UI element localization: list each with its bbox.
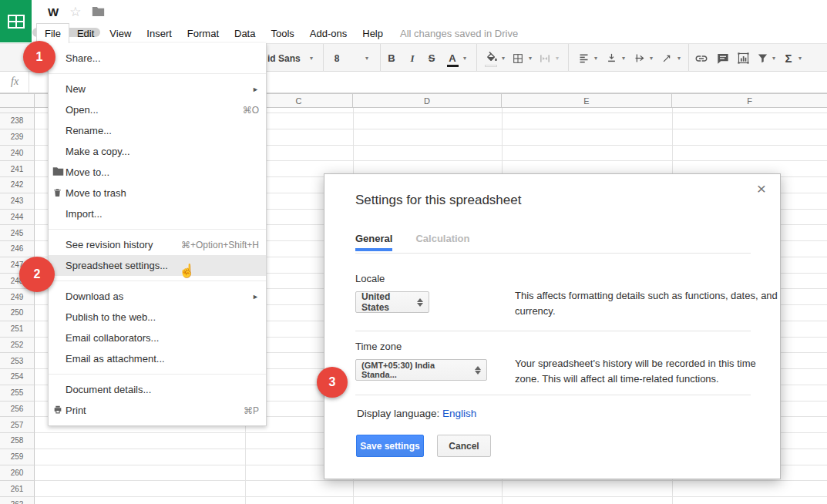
vertical-align-button[interactable] xyxy=(603,44,619,72)
column-header-e[interactable]: E xyxy=(502,93,672,108)
row-header-242[interactable]: 242 xyxy=(0,177,35,193)
borders-button[interactable] xyxy=(510,44,526,72)
text-wrap-caret-icon[interactable]: ▾ xyxy=(647,44,655,72)
row-header-239[interactable]: 239 xyxy=(0,129,35,146)
row-header-246[interactable]: 246 xyxy=(0,241,35,257)
row-header-253[interactable]: 253 xyxy=(0,353,35,369)
menu-item-import[interactable]: Import... xyxy=(49,203,266,224)
menubar-item-file[interactable]: File xyxy=(36,23,69,43)
row-header-245[interactable]: 245 xyxy=(0,225,35,241)
row-header-254[interactable]: 254 xyxy=(0,369,35,385)
menu-item-share[interactable]: Share... xyxy=(49,48,266,69)
close-icon[interactable]: × xyxy=(757,180,766,197)
menubar-items: FileEditViewInsertFormatDataToolsAdd-ons… xyxy=(36,23,391,43)
row-header-262[interactable]: 262 xyxy=(0,497,35,504)
row-header-257[interactable]: 257 xyxy=(0,417,35,433)
fill-color-caret-icon[interactable]: ▾ xyxy=(499,44,507,72)
row-header-256[interactable]: 256 xyxy=(0,402,35,418)
menu-item-make-a-copy[interactable]: Make a copy... xyxy=(49,141,266,162)
text-color-button[interactable]: A xyxy=(445,44,459,72)
fill-color-button[interactable] xyxy=(484,44,499,72)
row-header-252[interactable]: 252 xyxy=(0,338,35,354)
insert-comment-button[interactable] xyxy=(714,44,731,72)
grid-row[interactable] xyxy=(35,481,827,497)
filter-button[interactable] xyxy=(755,44,770,72)
row-header-251[interactable]: 251 xyxy=(0,321,35,338)
text-rotation-button[interactable] xyxy=(659,44,674,72)
font-size-caret-icon[interactable]: ▾ xyxy=(362,44,371,72)
horizontal-align-button[interactable] xyxy=(576,44,591,72)
insert-chart-button[interactable] xyxy=(735,44,751,72)
menu-item-email-as-attachment[interactable]: Email as attachment... xyxy=(49,348,266,369)
save-settings-button[interactable]: Save settings xyxy=(356,435,424,457)
row-header-259[interactable]: 259 xyxy=(0,449,35,465)
menu-item-spreadsheet-settings[interactable]: Spreadsheet settings... xyxy=(49,255,266,276)
font-size-select[interactable]: 8 xyxy=(330,44,344,72)
borders-caret-icon[interactable]: ▾ xyxy=(526,44,534,72)
functions-button[interactable]: Σ xyxy=(782,44,795,72)
row-header-243[interactable]: 243 xyxy=(0,193,35,210)
menubar-item-help[interactable]: Help xyxy=(355,23,391,43)
menu-item-label: Spreadsheet settings... xyxy=(66,260,168,271)
row-header-238[interactable]: 238 xyxy=(0,113,35,129)
menu-item-download-as[interactable]: Download as► xyxy=(49,286,266,307)
menubar-item-add-ons[interactable]: Add-ons xyxy=(302,23,355,43)
tab-general[interactable]: General xyxy=(355,233,392,251)
locale-label: Locale xyxy=(355,273,385,284)
font-name-select[interactable]: id Sans xyxy=(267,44,308,72)
row-header-261[interactable]: 261 xyxy=(0,481,35,497)
merge-cells-button[interactable] xyxy=(537,44,553,72)
font-name-caret-icon[interactable]: ▾ xyxy=(307,44,316,72)
tab-calculation[interactable]: Calculation xyxy=(415,233,469,251)
menubar-item-data[interactable]: Data xyxy=(227,23,263,43)
merge-caret-icon[interactable]: ▾ xyxy=(553,44,561,72)
menubar-item-insert[interactable]: Insert xyxy=(139,23,180,43)
menu-item-rename[interactable]: Rename... xyxy=(49,120,266,141)
horizontal-align-caret-icon[interactable]: ▾ xyxy=(592,44,600,72)
text-color-caret-icon[interactable]: ▾ xyxy=(460,44,469,72)
row-header-250[interactable]: 250 xyxy=(0,305,35,321)
menubar-item-edit[interactable]: Edit xyxy=(69,23,102,43)
menu-item-open[interactable]: Open...⌘O xyxy=(49,99,266,120)
menu-item-publish-to-the-web[interactable]: Publish to the web... xyxy=(49,307,266,328)
timezone-select[interactable]: (GMT+05:30) India Standa... xyxy=(355,359,487,381)
column-header-d[interactable]: D xyxy=(353,93,502,108)
menubar-item-view[interactable]: View xyxy=(102,23,139,43)
display-language-link[interactable]: English xyxy=(442,408,476,419)
menu-item-new[interactable]: New► xyxy=(49,79,266,99)
text-wrap-button[interactable] xyxy=(631,44,647,72)
menu-item-document-details[interactable]: Document details... xyxy=(49,379,266,400)
row-header-240[interactable]: 240 xyxy=(0,146,35,162)
menu-item-move-to-trash[interactable]: Move to trash xyxy=(49,183,266,203)
column-header-f[interactable]: F xyxy=(672,93,827,108)
menu-item-print[interactable]: Print⌘P xyxy=(49,400,266,421)
bold-button[interactable]: B xyxy=(385,44,398,72)
row-header-260[interactable]: 260 xyxy=(0,465,35,482)
cancel-button[interactable]: Cancel xyxy=(437,435,491,457)
row-header-partial[interactable] xyxy=(0,108,35,113)
insert-link-button[interactable] xyxy=(693,44,710,72)
menu-item-label: Print xyxy=(66,405,86,416)
row-header-244[interactable]: 244 xyxy=(0,210,35,226)
document-title[interactable]: W xyxy=(48,5,59,18)
menubar-item-format[interactable]: Format xyxy=(180,23,227,43)
filter-caret-icon[interactable]: ▾ xyxy=(770,44,778,72)
functions-caret-icon[interactable]: ▾ xyxy=(796,44,804,72)
menu-item-see-revision-history[interactable]: See revision history⌘+Option+Shift+H xyxy=(49,234,266,255)
row-header-249[interactable]: 249 xyxy=(0,289,35,305)
row-header-258[interactable]: 258 xyxy=(0,433,35,449)
folder-icon[interactable] xyxy=(92,6,105,17)
vertical-align-caret-icon[interactable]: ▾ xyxy=(620,44,627,72)
menu-item-move-to[interactable]: Move to... xyxy=(49,162,266,183)
italic-button[interactable]: I xyxy=(406,44,419,72)
star-icon[interactable]: ☆ xyxy=(69,5,81,18)
row-header-255[interactable]: 255 xyxy=(0,385,35,402)
locale-select[interactable]: United States xyxy=(355,291,429,313)
row-header-241[interactable]: 241 xyxy=(0,161,35,177)
grid-row[interactable] xyxy=(35,497,827,504)
menubar-item-tools[interactable]: Tools xyxy=(263,23,301,43)
text-rotation-caret-icon[interactable]: ▾ xyxy=(675,44,683,72)
sheets-logo[interactable] xyxy=(0,0,32,42)
menu-item-email-collaborators[interactable]: Email collaborators... xyxy=(49,328,266,348)
strikethrough-button[interactable]: S xyxy=(425,44,438,72)
